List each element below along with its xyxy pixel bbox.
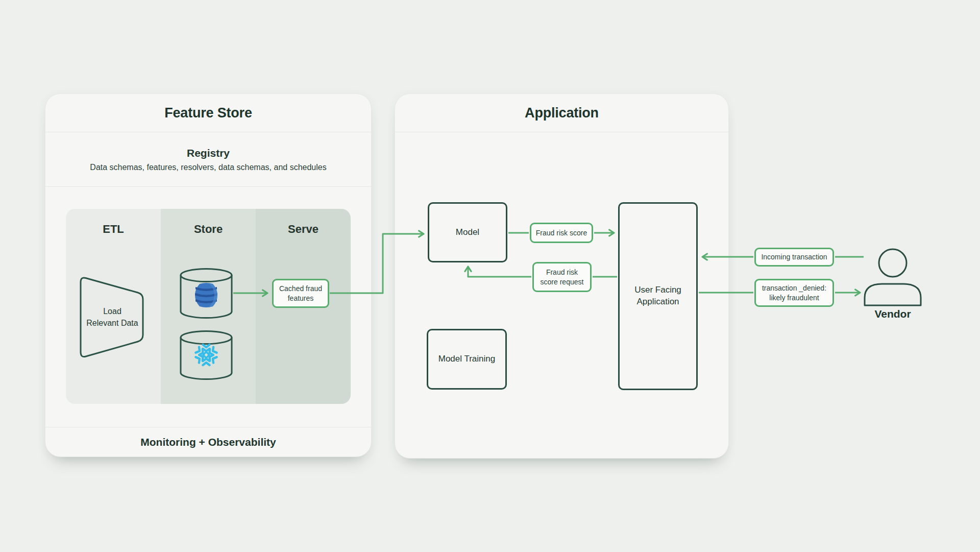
incoming-transaction-chip: Incoming transaction bbox=[754, 248, 834, 267]
snowflake-database-icon bbox=[194, 343, 218, 367]
registry-section: Registry Data schemas, features, resolve… bbox=[45, 132, 371, 187]
diagram-canvas: Feature Store Registry Data schemas, fea… bbox=[0, 0, 980, 552]
feature-store-title: Feature Store bbox=[45, 94, 371, 132]
vendor-label: Vendor bbox=[857, 308, 928, 320]
vendor-person-icon bbox=[857, 246, 928, 308]
store-column-label: Store bbox=[161, 223, 256, 236]
load-relevant-data-label: Load Relevant Data bbox=[81, 299, 144, 335]
fraud-risk-score-request-chip: Fraud risk score request bbox=[532, 262, 592, 292]
monitoring-observability-bar: Monitoring + Observability bbox=[45, 427, 371, 457]
dynamodb-database-icon bbox=[194, 282, 218, 308]
model-training-node: Model Training bbox=[427, 329, 507, 390]
registry-title: Registry bbox=[187, 147, 230, 159]
etl-column-label: ETL bbox=[66, 223, 161, 236]
model-node: Model bbox=[428, 202, 507, 262]
fraud-risk-score-chip: Fraud risk score bbox=[530, 223, 593, 243]
user-facing-application-node: User Facing Application bbox=[618, 202, 698, 390]
serve-column-label: Serve bbox=[256, 223, 351, 236]
cached-fraud-features-node: Cached fraud features bbox=[272, 279, 329, 308]
registry-subtitle: Data schemas, features, resolvers, data … bbox=[90, 163, 326, 172]
transaction-denied-chip: transaction _denied: likely fraudulent bbox=[754, 279, 834, 307]
application-title: Application bbox=[395, 94, 728, 132]
